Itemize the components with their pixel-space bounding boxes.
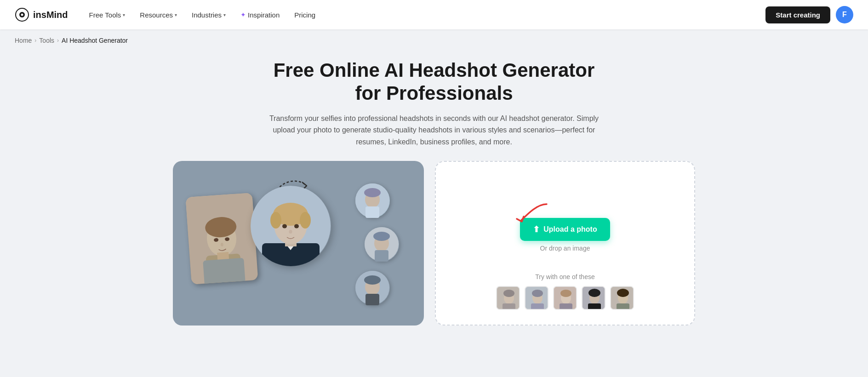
svg-rect-54 [617,303,629,310]
svg-point-49 [588,289,600,297]
hero-title: Free Online AI Headshot Generator for Pr… [273,59,595,105]
svg-rect-30 [375,250,388,262]
drop-text: Or drop an image [540,245,590,252]
chevron-down-icon: ▾ [223,12,226,17]
upload-panel: ⬆ Upload a photo Or drop an image Try wi… [435,161,695,326]
svg-point-45 [560,290,571,297]
sample-photo-1[interactable] [496,286,520,310]
nav-links: Free Tools ▾ Resources ▾ Industries ▾ ✦ … [83,7,766,23]
upload-with-arrow-container: ⬆ Upload a photo [520,190,610,241]
spark-icon: ✦ [240,11,246,18]
demo-panel [173,161,424,326]
hero-section: Free Online AI Headshot Generator for Pr… [0,44,868,148]
before-photo [186,193,258,285]
demo-inner [184,172,413,314]
samples-label: Try with one of these [451,273,680,280]
sample-photo-3[interactable] [553,286,577,310]
samples-section: Try with one of these [451,273,680,310]
svg-point-22 [289,230,292,234]
svg-point-25 [364,188,381,197]
breadcrumb: Home › Tools › AI Headshot Generator [0,29,868,44]
breadcrumb-current: AI Headshot Generator [62,37,128,44]
breadcrumb-separator: › [57,37,59,44]
nav-right: Start creating F [765,6,853,23]
sample-photo-5[interactable] [610,286,634,310]
sample-photo-2[interactable] [525,286,548,310]
breadcrumb-home[interactable]: Home [15,37,32,44]
thumbnail-photo-1 [355,183,390,218]
chevron-down-icon: ▾ [175,12,177,17]
svg-rect-42 [531,303,544,310]
chevron-down-icon: ▾ [123,12,125,17]
svg-point-2 [21,14,23,16]
navbar: insMind Free Tools ▾ Resources ▾ Industr… [0,0,868,29]
thumbnail-photo-2 [365,227,399,262]
user-avatar-button[interactable]: F [836,6,853,23]
thumbnail-photo-3 [355,271,390,305]
svg-point-29 [373,232,390,241]
main-content: ⬆ Upload a photo Or drop an image Try wi… [158,148,710,326]
svg-rect-46 [560,303,572,310]
svg-rect-38 [503,303,515,310]
logo[interactable]: insMind [15,7,68,22]
svg-point-20 [282,224,287,228]
nav-inspiration[interactable]: ✦ Inspiration [234,7,286,23]
nav-pricing[interactable]: Pricing [288,7,322,23]
svg-point-33 [364,275,381,285]
upload-area: ⬆ Upload a photo Or drop an image [520,177,610,266]
svg-point-21 [294,224,299,228]
breadcrumb-separator: › [34,37,36,44]
svg-point-53 [617,289,629,297]
svg-rect-26 [365,206,379,218]
start-creating-button[interactable]: Start creating [765,6,830,23]
nav-industries[interactable]: Industries ▾ [185,7,232,23]
breadcrumb-tools[interactable]: Tools [39,37,54,44]
svg-point-37 [503,290,514,297]
svg-point-18 [270,212,281,228]
red-arrow-icon [514,200,551,227]
svg-point-19 [300,212,311,228]
svg-point-41 [532,290,543,297]
nav-resources[interactable]: Resources ▾ [133,7,183,23]
hero-description: Transform your selfies into professional… [268,113,600,148]
after-photo [251,186,331,266]
svg-rect-50 [588,303,601,310]
sample-photo-4[interactable] [582,286,605,310]
svg-rect-34 [365,294,379,305]
samples-row [451,286,680,310]
svg-rect-8 [203,257,246,284]
nav-free-tools[interactable]: Free Tools ▾ [83,7,132,23]
